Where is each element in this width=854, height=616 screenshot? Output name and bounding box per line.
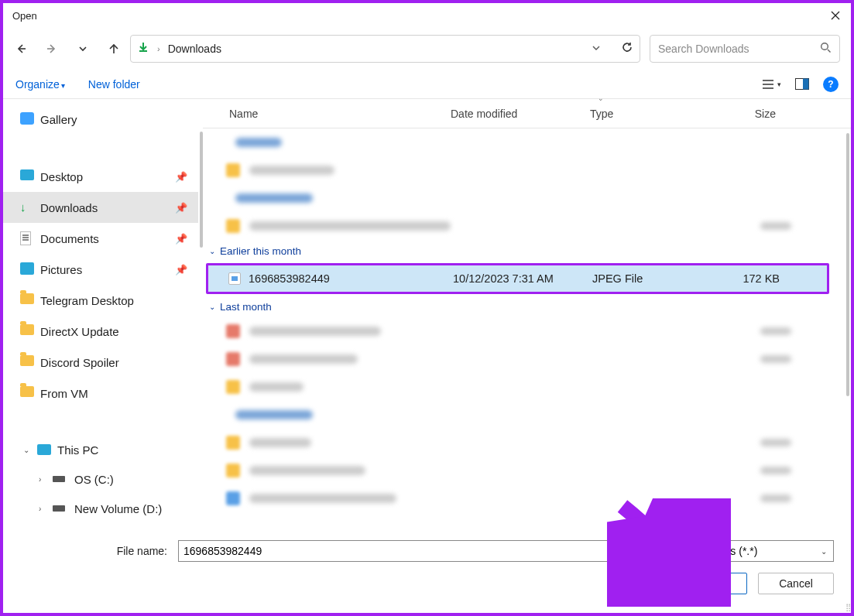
address-bar[interactable]: › Downloads [130, 35, 640, 63]
sidebar-item-downloads[interactable]: ↓Downloads📌 [3, 192, 198, 223]
list-item[interactable] [203, 429, 835, 457]
list-item[interactable] [203, 457, 835, 484]
desktop-icon [20, 169, 34, 180]
nav-buttons [14, 42, 121, 56]
sort-indicator-icon: ⌄ [598, 94, 604, 102]
pc-icon [37, 444, 51, 455]
file-row-selected[interactable]: 1696853982449 10/12/2023 7:31 AM JPEG Fi… [208, 265, 827, 292]
main-area: Gallery Desktop📌 ↓Downloads📌 Documents📌 … [3, 99, 851, 532]
document-icon [20, 231, 31, 245]
list-item[interactable] [203, 317, 835, 345]
file-date: 10/12/2023 7:31 AM [453, 272, 592, 285]
dialog-actions: Open Cancel [3, 570, 851, 611]
titlebar: Open [3, 3, 851, 28]
refresh-button[interactable] [621, 41, 633, 56]
gallery-icon [20, 112, 34, 125]
column-headers: Name Date modified Type Size [203, 99, 851, 128]
sidebar-item-desktop[interactable]: Desktop📌 [3, 161, 198, 192]
group-earlier-this-month[interactable]: ⌄Earlier this month [203, 240, 835, 262]
file-pane: ⌄ Name Date modified Type Size ⌄Earlier … [203, 99, 851, 532]
group-last-month[interactable]: ⌄Last month [203, 296, 835, 317]
filename-row: File name: 1696853982449 ⌄ All files (*.… [3, 532, 851, 570]
sidebar-item-pictures[interactable]: Pictures📌 [3, 254, 198, 285]
file-size: 172 KB [708, 272, 794, 285]
search-input[interactable]: Search Downloads [650, 35, 840, 63]
pin-icon: 📌 [175, 264, 187, 275]
file-type-filter[interactable]: All files (*.*) ⌄ [696, 540, 834, 562]
search-placeholder: Search Downloads [658, 43, 820, 55]
sidebar-item-discord[interactable]: Discord Spoiler [3, 347, 198, 378]
download-folder-icon: ↓ [20, 200, 34, 214]
organize-menu[interactable]: Organize▾ [15, 78, 65, 91]
toolbar: Organize▾ New folder ▾ ? [3, 70, 851, 99]
list-item[interactable] [203, 484, 835, 512]
list-item[interactable] [203, 184, 835, 212]
chevron-down-icon[interactable]: ⌄ [821, 547, 827, 556]
list-item[interactable] [203, 345, 835, 373]
breadcrumb-location[interactable]: Downloads [168, 43, 221, 55]
filename-input[interactable]: 1696853982449 ⌄ [178, 540, 688, 562]
chevron-down-icon: ⌄ [209, 247, 215, 255]
col-size[interactable]: Size [706, 108, 791, 120]
selected-file-highlight: 1696853982449 10/12/2023 7:31 AM JPEG Fi… [206, 263, 829, 294]
filename-label: File name: [3, 545, 170, 557]
sidebar: Gallery Desktop📌 ↓Downloads📌 Documents📌 … [3, 99, 198, 532]
pictures-icon [20, 262, 34, 275]
chevron-right-icon[interactable]: › [39, 475, 46, 484]
chevron-right-icon[interactable]: › [39, 505, 46, 513]
list-item[interactable] [203, 156, 835, 184]
pin-icon: 📌 [175, 233, 187, 245]
search-icon [820, 42, 832, 56]
up-button[interactable] [107, 42, 121, 56]
list-item[interactable] [203, 128, 835, 156]
list-item[interactable] [203, 212, 835, 240]
dialog-title: Open [12, 10, 37, 22]
folder-icon [20, 386, 34, 397]
drive-icon [53, 505, 65, 512]
tree-drive-c[interactable]: ›OS (C:) [3, 464, 198, 494]
pin-icon: 📌 [175, 202, 187, 214]
image-file-icon [228, 272, 241, 285]
open-button[interactable]: Open [671, 573, 747, 594]
drive-icon [53, 476, 65, 482]
close-icon[interactable] [828, 8, 843, 23]
chevron-down-icon: ⌄ [209, 303, 215, 311]
col-date[interactable]: Date modified [451, 108, 590, 120]
tree-this-pc[interactable]: ⌄This PC [3, 435, 198, 464]
list-item[interactable] [203, 401, 835, 429]
col-name[interactable]: Name [203, 108, 451, 120]
download-icon [137, 41, 149, 56]
sidebar-item-documents[interactable]: Documents📌 [3, 223, 198, 254]
col-type[interactable]: Type [590, 108, 706, 120]
folder-icon [20, 293, 34, 304]
address-dropdown[interactable] [592, 42, 601, 56]
tree-drive-d[interactable]: ›New Volume (D:) [3, 494, 198, 523]
file-name: 1696853982449 [249, 272, 330, 285]
chevron-down-icon[interactable]: ⌄ [677, 547, 683, 556]
folder-icon [20, 324, 34, 335]
file-scrollbar[interactable] [846, 133, 849, 396]
recent-dropdown[interactable] [76, 42, 90, 56]
resize-grip[interactable]: ⣿ [845, 603, 849, 611]
back-button[interactable] [14, 42, 28, 56]
forward-button[interactable] [45, 42, 59, 56]
sidebar-item-gallery[interactable]: Gallery [3, 104, 198, 135]
help-button[interactable]: ? [823, 77, 839, 92]
folder-icon [20, 355, 34, 366]
nav-row: › Downloads Search Downloads [3, 28, 851, 70]
preview-pane-button[interactable] [795, 78, 809, 90]
file-rows: ⌄Earlier this month 1696853982449 10/12/… [203, 128, 851, 532]
sidebar-item-directx[interactable]: DirectX Update [3, 316, 198, 347]
view-menu[interactable]: ▾ [762, 79, 781, 90]
file-type: JPEG File [592, 272, 708, 285]
sidebar-item-fromvm[interactable]: From VM [3, 378, 198, 409]
sidebar-item-telegram[interactable]: Telegram Desktop [3, 285, 198, 316]
svg-point-0 [821, 43, 828, 50]
svg-rect-2 [803, 79, 809, 90]
new-folder-button[interactable]: New folder [88, 78, 140, 91]
chevron-down-icon[interactable]: ⌄ [23, 446, 31, 454]
breadcrumb-separator-icon: › [157, 44, 160, 53]
cancel-button[interactable]: Cancel [758, 573, 834, 594]
list-item[interactable] [203, 373, 835, 401]
pin-icon: 📌 [175, 171, 187, 183]
